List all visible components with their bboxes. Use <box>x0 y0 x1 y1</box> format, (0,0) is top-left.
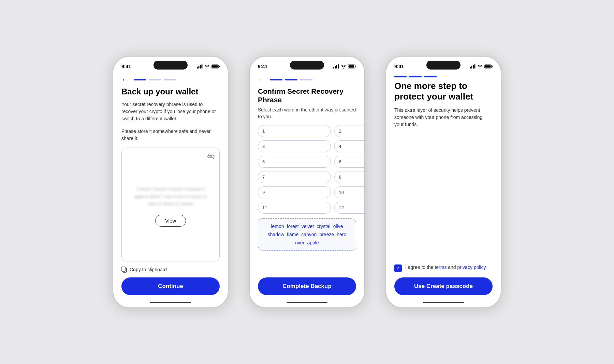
word-input-3[interactable] <box>269 144 326 149</box>
status-icons-1 <box>197 64 220 69</box>
word-input-5[interactable] <box>269 159 326 164</box>
chip-apple[interactable]: apple <box>307 240 319 245</box>
word-chips-container: lemon forest velvet crystal olive shadow… <box>258 218 356 251</box>
screen2-subtitle: Select each word in the other it was pre… <box>258 107 356 120</box>
word-slot-2[interactable]: 2 <box>334 125 364 137</box>
svg-rect-23 <box>492 66 493 67</box>
chip-lemon[interactable]: lemon <box>271 224 284 229</box>
word-slot-6[interactable]: 6 <box>334 156 364 168</box>
chip-forest[interactable]: forest <box>287 224 299 229</box>
svg-rect-10 <box>122 267 125 271</box>
word-input-7[interactable] <box>269 175 326 180</box>
progress-dots-2 <box>270 79 312 80</box>
svg-rect-24 <box>485 65 491 68</box>
phone3-navbar <box>394 72 493 81</box>
word-input-10[interactable] <box>346 190 364 195</box>
progress-dot-1-1 <box>134 79 146 80</box>
word-grid: 1 2 3 4 5 6 7 8 9 10 11 12 <box>258 125 356 214</box>
copy-clipboard-btn[interactable]: Copy to clipboard <box>121 266 220 273</box>
chip-crystal[interactable]: crystal <box>317 224 330 229</box>
battery-icon <box>211 64 220 69</box>
word-input-2[interactable] <box>346 128 364 134</box>
back-button-2[interactable]: ← <box>258 76 265 84</box>
word-input-6[interactable] <box>346 159 364 164</box>
chip-breeze[interactable]: breeze <box>319 232 334 237</box>
word-input-4[interactable] <box>346 144 364 149</box>
progress-dot-2-3 <box>300 79 312 80</box>
svg-rect-2 <box>200 65 201 69</box>
chip-river[interactable]: river <box>295 240 304 245</box>
create-passcode-button[interactable]: Use Create passcode <box>394 277 493 295</box>
home-indicator-1 <box>150 302 191 303</box>
agree-text-before: I agree to the <box>405 264 435 270</box>
word-input-11[interactable] <box>269 205 326 210</box>
continue-button[interactable]: Continue <box>121 277 220 295</box>
chip-shadow[interactable]: shadow <box>268 232 284 237</box>
privacy-link[interactable]: privacy policy <box>457 264 486 270</box>
progress-dot-2-2 <box>285 79 297 80</box>
complete-backup-button[interactable]: Complete Backup <box>258 277 356 295</box>
phone1-navbar: ← <box>121 72 220 87</box>
progress-dot-3-2 <box>409 76 422 77</box>
svg-rect-13 <box>336 65 337 69</box>
word-slot-12[interactable]: 12 <box>334 202 364 214</box>
word-slot-9[interactable]: 9 <box>258 186 331 198</box>
word-slot-8[interactable]: 8 <box>334 171 364 183</box>
progress-dot-3-3 <box>424 76 437 77</box>
svg-rect-1 <box>199 66 200 69</box>
status-time-1: 9:41 <box>121 64 131 69</box>
word-slot-5[interactable]: 5 <box>258 156 331 168</box>
word-slot-7[interactable]: 7 <box>258 171 331 183</box>
chip-hero[interactable]: hero <box>337 232 346 237</box>
word-slot-3[interactable]: 3 <box>258 140 331 152</box>
phones-container: 9:41 <box>99 42 515 322</box>
status-icons-2 <box>333 64 356 69</box>
chip-velvet[interactable]: velvet <box>302 224 314 229</box>
screen1-title: Back up your wallet <box>121 87 220 97</box>
agree-text-middle: and <box>447 264 457 270</box>
word-slot-4[interactable]: 4 <box>334 140 364 152</box>
word-input-12[interactable] <box>346 205 364 210</box>
svg-rect-17 <box>349 65 354 68</box>
progress-dots-1 <box>134 79 176 80</box>
svg-rect-0 <box>197 67 198 69</box>
home-indicator-3 <box>423 302 464 303</box>
dynamic-island-1 <box>154 61 188 70</box>
svg-rect-18 <box>470 67 471 69</box>
svg-rect-5 <box>219 66 220 67</box>
svg-rect-11 <box>333 67 334 69</box>
chip-canyon[interactable]: canyon <box>301 232 317 237</box>
wifi-icon-2 <box>341 64 346 69</box>
home-indicator-2 <box>287 302 327 303</box>
word-slot-11[interactable]: 11 <box>258 202 331 214</box>
agree-checkbox[interactable]: ✓ <box>394 264 402 272</box>
phone-3: 9:41 <box>385 56 501 308</box>
svg-rect-14 <box>338 64 339 69</box>
signal-icon-2 <box>333 64 339 69</box>
word-input-9[interactable] <box>269 190 326 195</box>
eye-icon[interactable] <box>207 153 215 160</box>
back-button-1[interactable]: ← <box>121 76 128 84</box>
word-slot-1[interactable]: 1 <box>258 125 331 137</box>
word-input-1[interactable] <box>269 128 326 134</box>
screen3-title: One more step to protect your wallet <box>394 81 493 102</box>
chip-olive[interactable]: olive <box>333 224 343 229</box>
agree-row: ✓ I agree to the terms and privacy polic… <box>394 264 493 272</box>
screen3-desc: This extra layer of security helps preve… <box>394 107 493 128</box>
screen2-title: Confirm Secret Recovery Phrase <box>258 87 356 104</box>
chip-flame[interactable]: flame <box>287 232 298 237</box>
progress-dot-1-2 <box>149 79 161 80</box>
battery-icon-2 <box>348 64 356 69</box>
svg-rect-19 <box>471 66 472 69</box>
svg-rect-16 <box>355 66 356 67</box>
phrase-blurred: 1 forest 2 breeze 3 lemon 4 shadow 5 app… <box>128 182 213 211</box>
view-button[interactable]: View <box>155 215 186 227</box>
word-input-8[interactable] <box>346 175 364 180</box>
dynamic-island-2 <box>290 61 324 70</box>
svg-rect-3 <box>202 64 203 69</box>
word-slot-10[interactable]: 10 <box>334 186 364 198</box>
terms-link[interactable]: terms <box>435 264 447 270</box>
svg-rect-12 <box>335 66 336 69</box>
screen1-desc2: Please store it somewhere safe and never… <box>121 128 220 142</box>
progress-dot-1-3 <box>164 79 176 80</box>
